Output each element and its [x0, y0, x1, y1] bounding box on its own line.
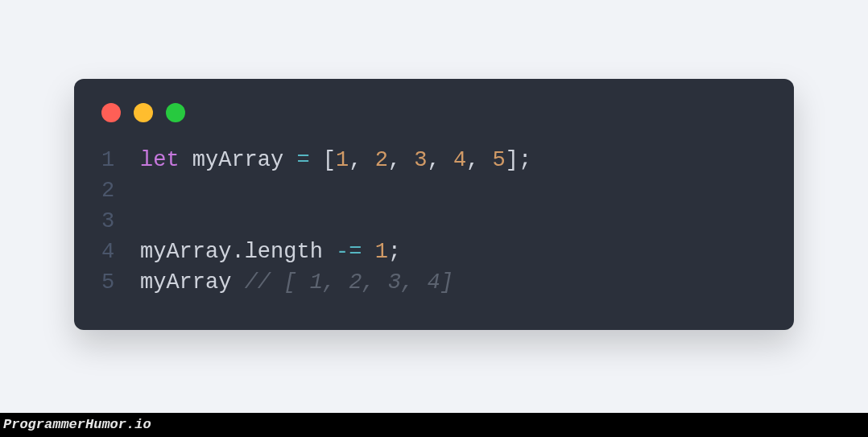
token-txt	[310, 148, 323, 172]
token-punct: ];	[506, 148, 531, 172]
token-op: =	[296, 148, 309, 172]
code-line: 1let myArray = [1, 2, 3, 4, 5];	[101, 145, 767, 175]
window-controls	[101, 103, 767, 122]
token-num: 1	[336, 148, 349, 172]
zoom-icon[interactable]	[166, 103, 185, 122]
token-txt	[283, 148, 296, 172]
token-punct: ;	[388, 240, 401, 264]
token-punct: .	[231, 240, 244, 264]
token-punct: ,	[388, 148, 414, 172]
line-number: 3	[101, 206, 140, 237]
line-number: 1	[101, 145, 140, 175]
code-block: 1let myArray = [1, 2, 3, 4, 5];234myArra…	[101, 145, 767, 298]
code-line: 4myArray.length -= 1;	[101, 237, 767, 267]
token-ident: myArray	[192, 148, 283, 172]
line-content: myArray.length -= 1;	[140, 237, 401, 267]
token-ident: myArray	[140, 240, 231, 264]
token-punct: ,	[349, 148, 374, 172]
code-line: 2	[101, 175, 767, 206]
line-number: 2	[101, 175, 140, 206]
watermark: ProgrammerHumor.io	[0, 413, 868, 437]
token-punct: ,	[427, 148, 453, 172]
token-num: 4	[453, 148, 466, 172]
line-content: let myArray = [1, 2, 3, 4, 5];	[140, 145, 531, 175]
token-num: 5	[492, 148, 505, 172]
token-txt	[231, 270, 244, 295]
token-ident: length	[245, 240, 323, 264]
token-punct: ,	[466, 148, 492, 172]
code-window: 1let myArray = [1, 2, 3, 4, 5];234myArra…	[74, 79, 794, 330]
token-txt	[323, 240, 336, 264]
token-op: -=	[336, 240, 362, 264]
token-num: 1	[375, 240, 388, 264]
token-punct: [	[323, 148, 336, 172]
token-ident: myArray	[140, 270, 231, 295]
token-num: 3	[414, 148, 427, 172]
line-number: 4	[101, 237, 140, 267]
token-txt	[362, 240, 374, 264]
line-number: 5	[101, 267, 140, 298]
line-content: myArray // [ 1, 2, 3, 4]	[140, 267, 453, 298]
token-comment: // [ 1, 2, 3, 4]	[245, 270, 453, 295]
watermark-text: ProgrammerHumor.io	[3, 417, 151, 432]
close-icon[interactable]	[101, 103, 121, 122]
token-num: 2	[375, 148, 388, 172]
code-line: 3	[101, 206, 767, 237]
code-line: 5myArray // [ 1, 2, 3, 4]	[101, 267, 767, 298]
token-txt	[180, 148, 192, 172]
minimize-icon[interactable]	[134, 103, 153, 122]
token-kw: let	[140, 148, 180, 172]
